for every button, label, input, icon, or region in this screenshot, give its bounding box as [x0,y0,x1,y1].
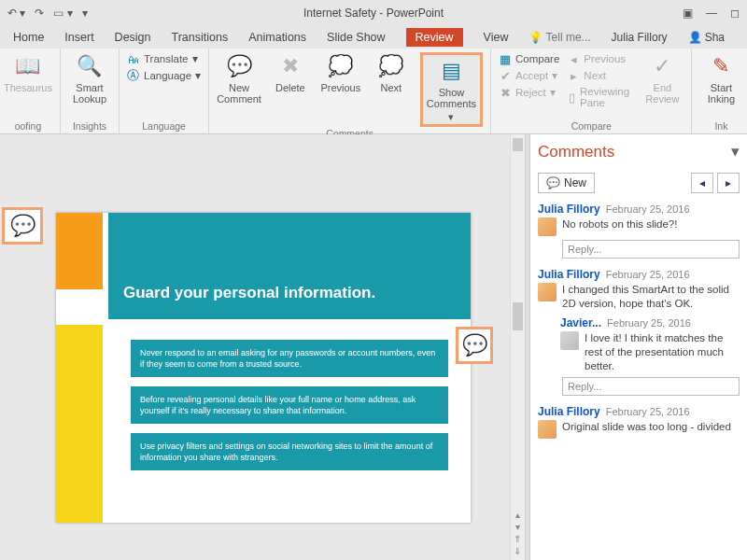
minimize-icon[interactable]: — [706,7,717,20]
comment-date: February 25, 2016 [606,203,690,215]
translate-label: Translate [144,53,189,64]
next-comment-button[interactable]: 💭 Next [370,52,413,93]
accept-button[interactable]: ✔Accept ▾ [499,69,559,82]
comment-author[interactable]: Javier... [560,316,601,329]
tab-home[interactable]: Home [13,31,44,44]
share-label: Sha [705,31,725,44]
group-compare-label: Compare [499,119,684,132]
show-comments-icon: ▤ [437,57,465,85]
prev-comment-pane-button[interactable]: ◂ [691,173,713,193]
thesaurus-label: Thesaurus [4,82,52,93]
tab-insert[interactable]: Insert [64,31,93,44]
comments-pane-menu-icon[interactable]: ▾ [731,142,740,161]
next-slide-icon[interactable]: ▾ [515,522,520,532]
slide-editor[interactable]: 💬 Guard your personal information. Never… [0,134,525,560]
tab-design[interactable]: Design [115,31,151,44]
smart-lookup-button[interactable]: 🔍 Smart Lookup [68,52,111,105]
speech-bubble-icon: 💬 [10,214,35,238]
nav-double-down-icon[interactable]: ⇓ [514,546,521,556]
language-button[interactable]: ⒶLanguage ▾ [127,69,201,82]
thesaurus-icon: 📖 [14,52,42,80]
reviewing-pane-icon: ▯ [567,91,576,104]
next-comment-pane-button[interactable]: ▸ [717,173,740,193]
tab-view[interactable]: View [484,31,509,44]
tell-me-label: Tell me... [546,31,591,44]
compare-next-button[interactable]: ▸Next [567,69,633,82]
new-comment-pane-button[interactable]: 💬 New [538,173,595,193]
group-proofing-label: oofing [4,119,52,132]
previous-comment-icon: 💭 [327,52,355,80]
comment-author[interactable]: Julia Fillory [538,203,600,216]
show-comments-button[interactable]: ▤ Show Comments ▾ [420,52,483,127]
compare-prev-button[interactable]: ◂Previous [567,52,633,65]
qat-icon[interactable]: ▭ ▾ [53,7,72,20]
new-comment-plus-icon: 💬 [546,176,560,189]
compare-button[interactable]: ▦Compare [499,52,559,65]
tab-review[interactable]: Review [406,28,463,47]
smart-lookup-label: Smart Lookup [73,82,106,105]
new-comment-button[interactable]: 💬 New Comment [217,52,261,105]
comments-pane: Comments ▾ 💬 New ◂ ▸ Julia Fillory Febru… [530,134,747,560]
comment-thread: Julia Fillory February 25, 2016 I change… [538,268,740,396]
bullet-1: Never respond to an email asking for any… [131,340,448,377]
slide-nav-buttons: ▴ ▾ ⇑ ⇓ [510,510,525,560]
tab-slideshow[interactable]: Slide Show [327,31,386,44]
reviewing-pane-button[interactable]: ▯Reviewing Pane [567,86,633,108]
comment-author[interactable]: Julia Fillory [538,405,600,418]
group-language-label: Language [127,119,201,132]
avatar [538,420,557,439]
compare-icon: ▦ [499,52,512,65]
account-name[interactable]: Julia Fillory [612,31,668,44]
slide-comment-marker[interactable]: 💬 [456,327,493,364]
delete-comment-icon: ✖ [276,52,304,80]
vertical-scrollbar[interactable] [510,134,525,560]
delete-comment-label: Delete [275,82,305,93]
avatar [538,283,557,301]
tab-transitions[interactable]: Transitions [172,31,229,44]
reject-button[interactable]: ✖Reject ▾ [499,86,559,99]
thesaurus-button[interactable]: 📖 Thesaurus [4,52,52,93]
scroll-thumb[interactable] [513,302,523,330]
new-comment-icon: 💬 [225,52,253,80]
language-icon: Ⓐ [127,69,140,82]
accept-icon: ✔ [499,69,512,82]
comment-text: No robots on this slide?! [562,217,677,236]
compare-label: Compare [515,53,559,64]
previous-comment-button[interactable]: 💭 Previous [319,52,362,93]
delete-comment-button[interactable]: ✖ Delete [269,52,312,93]
slide-canvas[interactable]: Guard your personal information. Never r… [56,213,471,523]
redo-icon[interactable]: ↷ [35,7,44,20]
end-review-button[interactable]: ✓ End Review [641,52,684,105]
start-inking-button[interactable]: ✎ Start Inking [699,52,742,105]
decor-yellow [56,325,103,523]
restore-icon[interactable]: ◻ [730,7,740,20]
next-comment-label: Next [381,82,402,93]
prev-slide-icon[interactable]: ▴ [515,510,520,520]
qat-more-icon[interactable]: ▾ [82,7,88,20]
reply-input[interactable]: Reply... [562,240,740,259]
window-title: Internet Safety - PowerPoint [303,7,444,20]
comments-pane-title: Comments [538,143,614,161]
comment-text: I changed this SmartArt to the solid 2D … [562,283,740,311]
translate-icon: 🗛 [127,52,140,65]
slide-heading: Guard your personal information. [108,213,471,319]
bullet-2: Before revealing personal details like y… [131,386,448,424]
show-comments-label: Show Comments [427,87,476,109]
new-comment-label: New Comment [217,82,261,105]
comment-text: I love it! I think it matches the rest o… [585,331,740,373]
comment-date: February 25, 2016 [606,406,690,417]
reply-input[interactable]: Reply... [562,377,740,396]
display-mode-icon[interactable]: ▣ [683,7,693,20]
next-comment-icon: 💭 [377,52,405,80]
tell-me[interactable]: 💡 Tell me... [529,31,590,44]
thumbnail-comment-marker[interactable]: 💬 [2,207,43,245]
nav-double-up-icon[interactable]: ⇑ [514,534,521,544]
translate-button[interactable]: 🗛Translate ▾ [127,52,201,65]
avatar [560,331,579,350]
decor-orange [56,213,103,289]
scroll-up-arrow[interactable] [513,138,523,151]
share-button[interactable]: 👤 Sha [688,31,725,44]
tab-animations[interactable]: Animations [248,31,306,44]
undo-icon[interactable]: ↶ ▾ [7,7,25,20]
comment-author[interactable]: Julia Fillory [538,268,600,281]
